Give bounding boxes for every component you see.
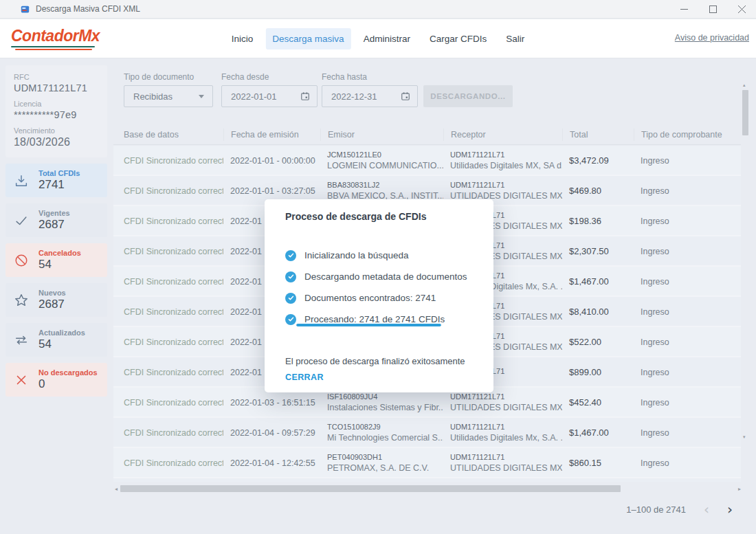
cell-total: $860.15 — [562, 456, 634, 469]
cell-receptor: UDM171121L71UTILIDADES DIGITALES MX ... — [443, 453, 562, 473]
progress-step: Inicializando la búsqueda — [285, 245, 482, 266]
stat-card-vigentes[interactable]: Vigentes 2687 — [5, 203, 107, 237]
stat-card-nuevos[interactable]: Nuevos 2687 — [5, 283, 107, 317]
horizontal-scrollbar[interactable]: ◂ ▸ — [115, 485, 741, 493]
cell-receptor: UDM171121L71UTILIDADES DIGITALES MX ... — [443, 181, 562, 201]
column-fecha-emision[interactable]: Fecha de emisión — [223, 129, 320, 141]
rfc-label: RFC — [14, 73, 99, 81]
cell-fecha-emision: 2022-01-01 - 03:27:05 — [223, 184, 320, 197]
expiry-label: Vencimiento — [14, 126, 99, 135]
cell-tipo-comprobante: Ingreso — [634, 275, 741, 287]
scroll-down-icon[interactable]: ▾ — [743, 434, 746, 440]
maximize-button[interactable] — [698, 0, 727, 18]
cell-base-de-datos: CFDI Sincronizado correcta... — [113, 184, 223, 197]
progress-bar — [296, 324, 441, 326]
scroll-up-icon[interactable]: ▴ — [743, 82, 746, 88]
date-from-label: Fecha desde — [221, 72, 269, 82]
column-emisor[interactable]: Emisor — [320, 129, 443, 141]
close-button[interactable] — [727, 0, 756, 18]
cell-total: $2,307.50 — [562, 245, 634, 257]
next-page-button[interactable]: › — [727, 504, 733, 515]
nav-item-descarga-masiva[interactable]: Descarga masiva — [265, 28, 351, 49]
stat-card-no-descargados[interactable]: No descargados 0 — [5, 363, 107, 397]
cell-fecha-emision: 2022-01-03 - 16:51:15 — [223, 396, 320, 408]
date-to-label: Fecha hasta — [322, 72, 367, 82]
cell-base-de-datos: CFDI Sincronizado correcta... — [113, 305, 223, 318]
doc-type-select[interactable]: Recibidas — [124, 85, 213, 107]
sidebar: RFC UDM171121L71 Licencia **********97e9… — [5, 65, 107, 397]
x-icon — [14, 372, 29, 388]
check-circle-icon — [285, 293, 296, 304]
column-total[interactable]: Total — [562, 129, 634, 141]
table-header: Base de datos Fecha de emisión Emisor Re… — [113, 125, 741, 145]
cell-receptor: UDM171121L71Utilidades Digitales Mx, S.A… — [443, 423, 562, 443]
account-info-card: RFC UDM171121L71 Licencia **********97e9… — [5, 65, 107, 157]
cell-base-de-datos: CFDI Sincronizado correcta... — [113, 335, 223, 348]
cell-tipo-comprobante: Ingreso — [634, 184, 741, 197]
check-circle-icon — [285, 314, 296, 325]
column-base-de-datos[interactable]: Base de datos — [113, 129, 223, 141]
minimize-button[interactable] — [669, 0, 698, 18]
cell-total: $3,472.09 — [562, 154, 634, 166]
scroll-right-icon[interactable]: ▸ — [738, 486, 741, 492]
scroll-left-icon[interactable]: ◂ — [115, 486, 118, 492]
table-row[interactable]: CFDI Sincronizado correcta... 2022-01-01… — [113, 146, 741, 176]
window-titlebar: Descarga Masiva CFDI XML — [0, 0, 756, 19]
license-label: Licencia — [14, 100, 99, 108]
logo-text: ContadorMx — [11, 27, 100, 45]
cell-total: $522.00 — [562, 335, 634, 348]
previous-page-button[interactable]: ‹ — [704, 504, 709, 515]
cell-base-de-datos: CFDI Sincronizado correcta... — [113, 426, 223, 438]
ban-icon — [14, 253, 29, 268]
calendar-icon — [300, 91, 310, 101]
horizontal-scrollbar-thumb[interactable] — [120, 485, 621, 492]
main-nav: InicioDescarga masivaAdministrarCargar C… — [225, 19, 531, 58]
cell-tipo-comprobante: Ingreso — [634, 245, 741, 257]
nav-item-cargar-cfdis[interactable]: Cargar CFDIs — [423, 28, 493, 49]
cell-emisor: TCO1510082J9Mi Technologies Comercial S.… — [320, 423, 443, 443]
check-icon — [14, 213, 29, 228]
cell-fecha-emision: 2022-01-04 - 09:57:29 — [223, 426, 320, 438]
star-icon — [14, 293, 29, 308]
check-circle-icon — [285, 250, 296, 261]
cell-total: $452.40 — [562, 396, 634, 408]
cell-total: $198.36 — [562, 214, 634, 227]
stat-card-actualizados[interactable]: Actualizados 54 — [5, 323, 107, 357]
date-to-input[interactable]: 2022-12-31 — [322, 85, 418, 107]
cell-receptor: UDM171121L71Utilidades Digitales MX, SA … — [443, 151, 562, 170]
logo-underline-teal — [11, 46, 95, 47]
logo-underline-orange — [15, 49, 92, 50]
nav-item-inicio[interactable]: Inicio — [225, 28, 260, 49]
table-row[interactable]: HOLG721119UQ7 UDM171121L71 — [113, 478, 741, 482]
window-title: Descarga Masiva CFDI XML — [36, 4, 140, 14]
vertical-scrollbar-thumb[interactable] — [742, 90, 748, 135]
download-icon — [14, 173, 29, 188]
cell-base-de-datos: CFDI Sincronizado correcta... — [113, 275, 223, 287]
cell-total: $8,410.00 — [562, 305, 634, 318]
download-button[interactable]: DESCARGANDO... — [423, 85, 513, 107]
column-tipo-comprobante[interactable]: Tipo de comprobante — [634, 129, 741, 141]
nav-item-salir[interactable]: Salir — [499, 28, 531, 49]
privacy-link[interactable]: Aviso de privacidad — [675, 33, 749, 43]
license-value: **********97e9 — [14, 109, 99, 120]
vertical-scrollbar[interactable]: ▴ ▾ — [741, 82, 751, 482]
date-from-input[interactable]: 2022-01-01 — [221, 85, 318, 107]
pagination-range: 1–100 de 2741 — [626, 504, 686, 515]
table-row[interactable]: CFDI Sincronizado correcta... 2022-01-04… — [113, 448, 741, 478]
download-progress-dialog: Proceso de descarga de CFDIs Inicializan… — [265, 199, 493, 392]
cell-tipo-comprobante: Ingreso — [634, 154, 741, 166]
pagination: 1–100 de 2741 ‹ › — [626, 504, 733, 515]
table-row[interactable]: CFDI Sincronizado correcta... 2022-01-04… — [113, 418, 741, 448]
cell-total: $469.80 — [562, 184, 634, 197]
arrows-icon — [14, 333, 29, 348]
column-receptor[interactable]: Receptor — [443, 129, 562, 141]
dialog-title: Proceso de descarga de CFDIs — [285, 211, 426, 222]
cell-total: $1,467.00 — [562, 426, 634, 438]
check-circle-icon — [285, 271, 296, 282]
cerrar-button[interactable]: CERRAR — [285, 372, 324, 382]
cell-base-de-datos: CFDI Sincronizado correcta... — [113, 366, 223, 378]
stat-card-cancelados[interactable]: Cancelados 54 — [5, 243, 107, 277]
stat-card-total-cfdis[interactable]: Total CFDIs 2741 — [5, 164, 107, 197]
nav-item-administrar[interactable]: Administrar — [357, 28, 417, 49]
cell-emisor: ISF160809JU4Instalaciones Sistemas y Fib… — [320, 392, 443, 412]
